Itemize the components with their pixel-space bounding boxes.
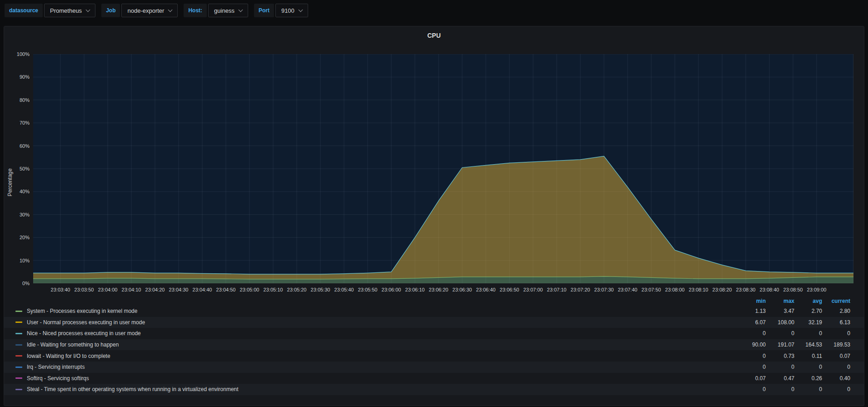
x-tick-label: 23:09:00: [807, 287, 827, 292]
legend-series-label[interactable]: Softirq - Servicing softirqs: [27, 375, 738, 382]
series-color-swatch: [15, 311, 22, 312]
stat-min: 0: [738, 330, 766, 337]
variable-value-text: 9100: [281, 7, 294, 14]
stat-min: 0: [738, 364, 766, 370]
legend-series-label[interactable]: System - Processes executing in kernel m…: [27, 308, 738, 314]
legend-row-idle: Idle - Waiting for something to happen90…: [4, 339, 864, 351]
y-tick-label: 60%: [4, 142, 30, 150]
panel-title[interactable]: CPU: [4, 32, 864, 39]
x-tick-label: 23:06:40: [476, 287, 496, 292]
variable-dropdown-job[interactable]: node-exporter: [121, 4, 178, 17]
legend-series-label[interactable]: Irq - Servicing interrupts: [27, 364, 738, 370]
variable-label-port: Port: [254, 4, 274, 17]
x-tick-label: 23:04:30: [169, 287, 189, 292]
x-tick-label: 23:05:40: [334, 287, 354, 292]
x-tick-label: 23:08:40: [760, 287, 779, 292]
x-tick-label: 23:06:20: [429, 287, 449, 292]
x-tick-label: 23:07:30: [594, 287, 614, 292]
x-tick-label: 23:04:20: [145, 287, 165, 292]
stat-current: 6.13: [822, 319, 850, 326]
x-tick-label: 23:04:40: [193, 287, 212, 292]
stat-current: 0.07: [822, 353, 850, 359]
legend-series-label[interactable]: Steal - Time spent in other operating sy…: [27, 386, 738, 392]
x-tick-label: 23:06:00: [382, 287, 401, 292]
x-tick-label: 23:08:20: [713, 287, 732, 292]
x-tick-label: 23:06:10: [405, 287, 425, 292]
x-tick-label: 23:08:00: [665, 287, 685, 292]
x-tick-label: 23:05:50: [358, 287, 378, 292]
stat-min: 1.13: [738, 308, 766, 314]
series-color-swatch: [15, 322, 22, 323]
stat-current: 0.40: [822, 375, 850, 382]
series-color-swatch: [15, 344, 22, 346]
legend-row-system: System - Processes executing in kernel m…: [4, 306, 864, 317]
x-tick-label: 23:06:50: [500, 287, 519, 292]
y-tick-label: 40%: [4, 188, 30, 195]
legend-row-irq: Irq - Servicing interrupts0000: [4, 362, 864, 373]
stat-max: 3.47: [766, 308, 794, 314]
stat-min: 0.07: [738, 375, 766, 382]
stat-avg: 0: [794, 364, 822, 370]
legend-series-label[interactable]: Idle - Waiting for something to happen: [27, 342, 738, 348]
variable-dropdown-host[interactable]: guiness: [208, 4, 248, 17]
x-tick-label: 23:07:10: [547, 287, 567, 292]
variable-group-host: Host:guiness: [184, 4, 248, 17]
dashboard-variables-bar: datasourcePrometheusJobnode-exporterHost…: [5, 4, 308, 17]
legend-header-avg[interactable]: avg: [794, 298, 822, 304]
stat-max: 108.00: [766, 319, 794, 326]
stat-min: 90.00: [738, 342, 766, 348]
x-tick-label: 23:05:10: [264, 287, 283, 292]
legend-row-iowait: Iowait - Waiting for I/O to complete00.7…: [4, 350, 864, 362]
variable-dropdown-port[interactable]: 9100: [275, 4, 308, 17]
stat-current: 0: [822, 386, 850, 392]
cpu-chart[interactable]: [33, 54, 853, 283]
series-color-swatch: [15, 367, 22, 368]
x-tick-label: 23:05:20: [287, 287, 307, 292]
stat-max: 0: [766, 364, 794, 370]
legend-header-current[interactable]: current: [822, 298, 850, 304]
legend-row-steal: Steal - Time spent in other operating sy…: [4, 384, 864, 395]
legend-header-row: minmaxavgcurrent: [4, 296, 864, 306]
y-tick-label: 90%: [4, 73, 30, 80]
stat-min: 0: [738, 353, 766, 359]
variable-value-text: guiness: [214, 7, 234, 14]
x-tick-label: 23:05:30: [311, 287, 330, 292]
x-tick-label: 23:08:10: [689, 287, 708, 292]
chevron-down-icon: [86, 7, 90, 12]
stat-current: 2.80: [822, 308, 850, 314]
stat-min: 0: [738, 386, 766, 392]
chevron-down-icon: [298, 7, 303, 12]
variable-value-text: node-exporter: [127, 7, 164, 14]
x-tick-label: 23:07:40: [618, 287, 638, 292]
legend-header-max[interactable]: max: [766, 298, 794, 304]
legend-header-min[interactable]: min: [738, 298, 766, 304]
variable-group-job: Jobnode-exporter: [101, 4, 178, 17]
legend-series-label[interactable]: Nice - Niced processes executing in user…: [27, 330, 738, 337]
y-tick-label: 50%: [4, 165, 30, 172]
legend-table: minmaxavgcurrentSystem - Processes execu…: [4, 296, 864, 395]
cpu-panel: CPU Percentage 0%10%20%30%40%50%60%70%80…: [4, 26, 864, 406]
variable-label-datasource: datasource: [5, 4, 43, 17]
x-tick-label: 23:07:20: [571, 287, 590, 292]
legend-series-label[interactable]: Iowait - Waiting for I/O to complete: [27, 353, 738, 359]
series-color-swatch: [15, 355, 22, 357]
variable-label-job: Job: [101, 4, 120, 17]
stat-avg: 32.19: [794, 319, 822, 326]
chevron-down-icon: [238, 7, 243, 12]
y-tick-label: 20%: [4, 234, 30, 241]
legend-series-label[interactable]: User - Normal processes executing in use…: [27, 319, 738, 326]
legend-row-nice: Nice - Niced processes executing in user…: [4, 328, 864, 339]
stat-max: 191.07: [766, 342, 794, 348]
x-tick-label: 23:05:00: [240, 287, 259, 292]
stat-max: 0.73: [766, 353, 794, 359]
x-tick-label: 23:04:50: [216, 287, 236, 292]
stat-current: 189.53: [822, 342, 850, 348]
stat-avg: 2.70: [794, 308, 822, 314]
variable-dropdown-datasource[interactable]: Prometheus: [44, 4, 95, 17]
series-color-swatch: [15, 333, 22, 334]
x-tick-label: 23:07:50: [642, 287, 661, 292]
stat-avg: 164.53: [794, 342, 822, 348]
stat-avg: 0: [794, 330, 822, 337]
stat-min: 6.07: [738, 319, 766, 326]
chevron-down-icon: [168, 7, 173, 12]
